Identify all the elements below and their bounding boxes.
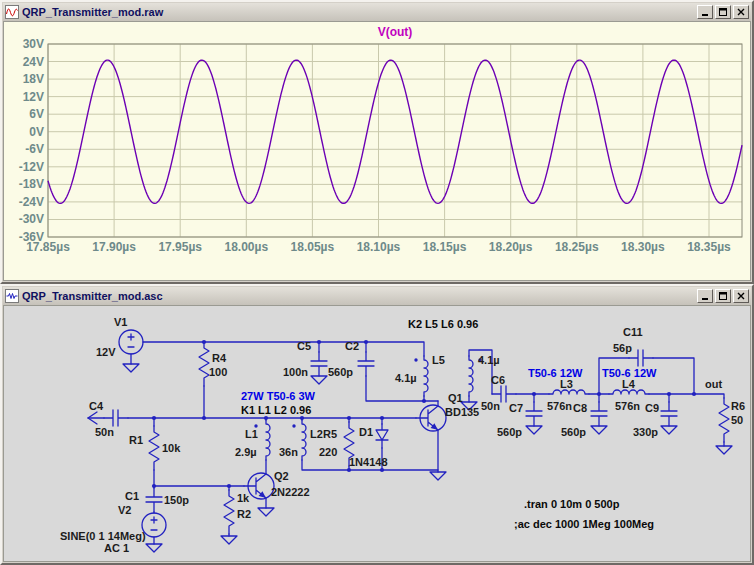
component-C1[interactable]	[146, 488, 162, 512]
directive-K1[interactable]: K1 L1 L2 0.96	[241, 404, 311, 416]
waveform-plot-area[interactable]: V(out) 30V24V18V12V6V0V-6V-12V-18V-24V-3…	[3, 21, 751, 281]
label-Q1-value[interactable]: BD135	[445, 406, 479, 418]
label-C5-name[interactable]: C5	[297, 340, 311, 352]
minimize-button[interactable]	[697, 5, 713, 19]
label-Q2-value[interactable]: 2N2222	[271, 486, 310, 498]
label-R5-value[interactable]: 220	[319, 446, 337, 458]
label-L4-name[interactable]: L4	[622, 378, 636, 390]
label-C11-name[interactable]: C11	[623, 326, 643, 338]
component-L2[interactable]	[302, 420, 306, 460]
component-C9[interactable]	[661, 402, 677, 426]
label-D1-value[interactable]: 1N4148	[349, 456, 388, 468]
minimize-icon	[701, 9, 709, 16]
label-V1-name[interactable]: V1	[114, 316, 127, 328]
maximize-button[interactable]	[715, 5, 731, 19]
ground-icon[interactable]	[123, 364, 139, 372]
label-R6-value[interactable]: 50	[731, 414, 743, 426]
ground-icon[interactable]	[716, 446, 732, 454]
ground-icon[interactable]	[526, 426, 542, 434]
component-R4[interactable]	[199, 342, 209, 386]
ground-icon[interactable]	[221, 536, 237, 544]
component-C4[interactable]	[104, 410, 128, 426]
label-L2-name[interactable]: L2	[310, 428, 323, 440]
annotation-power[interactable]: 27W T50-6 3W	[241, 390, 316, 402]
component-C7[interactable]	[526, 402, 542, 426]
label-C11-value[interactable]: 56p	[613, 342, 632, 354]
label-C4-name[interactable]: C4	[89, 400, 104, 412]
component-R6[interactable]	[719, 398, 729, 442]
label-C7-value[interactable]: 560p	[497, 426, 522, 438]
schematic-titlebar[interactable]: QRP_Transmitter_mod.asc	[3, 287, 751, 305]
waveform-titlebar[interactable]: QRP_Transmitter_mod.raw	[3, 3, 751, 21]
label-L3-value[interactable]: 576n	[547, 400, 572, 412]
component-L6[interactable]	[469, 356, 473, 396]
label-C6-value[interactable]: 50n	[481, 400, 500, 412]
label-R2-value[interactable]: 1k	[237, 492, 250, 504]
label-V1-value[interactable]: 12V	[96, 346, 116, 358]
label-C2-name[interactable]: C2	[345, 340, 359, 352]
directive-tran[interactable]: .tran 0 10m 0 500p	[524, 498, 620, 510]
label-C1-value[interactable]: 150p	[164, 494, 189, 506]
label-R4-name[interactable]: R4	[212, 352, 227, 364]
label-R1-value[interactable]: 10k	[162, 442, 181, 454]
label-D1-name[interactable]: D1	[359, 426, 373, 438]
component-C2[interactable]	[358, 352, 374, 376]
label-L5-name[interactable]: L5	[432, 354, 445, 366]
label-C8-value[interactable]: 560p	[561, 426, 586, 438]
label-L4-value[interactable]: 576n	[615, 400, 640, 412]
label-C8-name[interactable]: C8	[573, 402, 587, 414]
label-R4-value[interactable]: 100	[209, 366, 227, 378]
label-L1-value[interactable]: 2.9µ	[235, 446, 257, 458]
component-C8[interactable]	[591, 402, 607, 426]
label-C2-value[interactable]: 560p	[328, 366, 353, 378]
label-R5-name[interactable]: R5	[323, 428, 337, 440]
component-V2[interactable]	[142, 513, 166, 537]
component-D1[interactable]	[376, 424, 388, 448]
label-C9-value[interactable]: 330p	[633, 426, 658, 438]
ground-icon[interactable]	[311, 376, 327, 384]
label-R2-name[interactable]: R2	[237, 508, 251, 520]
label-C7-name[interactable]: C7	[509, 402, 523, 414]
label-L1-name[interactable]: L1	[245, 428, 258, 440]
ground-icon[interactable]	[661, 426, 677, 434]
ground-icon[interactable]	[430, 472, 446, 480]
component-R2[interactable]	[224, 490, 234, 534]
label-C1-name[interactable]: C1	[125, 490, 139, 502]
component-L1[interactable]	[266, 420, 270, 460]
component-R1[interactable]	[149, 426, 159, 470]
schematic-canvas[interactable]: V1 12V R4 100 C5 100n C2 560p K2 L5 L6 0…	[4, 306, 750, 561]
component-L4[interactable]	[609, 390, 649, 394]
label-C9-name[interactable]: C9	[645, 402, 659, 414]
label-L5-value[interactable]: 4.1µ	[395, 372, 417, 384]
component-C5[interactable]	[311, 352, 327, 376]
ground-icon[interactable]	[258, 508, 274, 516]
label-Q2-name[interactable]: Q2	[274, 470, 289, 482]
label-R1-name[interactable]: R1	[129, 434, 143, 446]
label-C6-name[interactable]: C6	[491, 374, 505, 386]
maximize-button[interactable]	[715, 289, 731, 303]
net-label-out[interactable]: out	[705, 378, 722, 390]
minimize-button[interactable]	[697, 289, 713, 303]
close-button[interactable]	[733, 289, 749, 303]
label-L2-value[interactable]: 36n	[279, 446, 298, 458]
close-button[interactable]	[733, 5, 749, 19]
directive-K2[interactable]: K2 L5 L6 0.96	[408, 318, 478, 330]
component-L3[interactable]	[549, 390, 589, 394]
component-V1[interactable]	[119, 330, 143, 354]
label-V2-name[interactable]: V2	[118, 504, 131, 516]
directive-ac[interactable]: ;ac dec 1000 1Meg 100Meg	[514, 518, 654, 530]
ground-icon[interactable]	[591, 426, 607, 434]
label-R6-name[interactable]: R6	[731, 400, 745, 412]
label-C5-value[interactable]: 100n	[283, 366, 308, 378]
label-C4-value[interactable]: 50n	[95, 426, 114, 438]
label-L6-value[interactable]: 4.1µ	[478, 354, 500, 366]
component-C11[interactable]	[629, 350, 653, 366]
annotation-t50-left[interactable]: T50-6 12W	[528, 367, 583, 379]
ground-icon[interactable]	[146, 544, 162, 552]
component-L5[interactable]	[424, 356, 428, 396]
label-V2-value2[interactable]: AC 1	[104, 542, 129, 554]
label-L3-name[interactable]: L3	[560, 378, 573, 390]
label-Q1-name[interactable]: Q1	[448, 392, 463, 404]
label-V2-value[interactable]: SINE(0 1 14Meg)	[60, 530, 146, 542]
component-Q1[interactable]	[416, 401, 446, 470]
